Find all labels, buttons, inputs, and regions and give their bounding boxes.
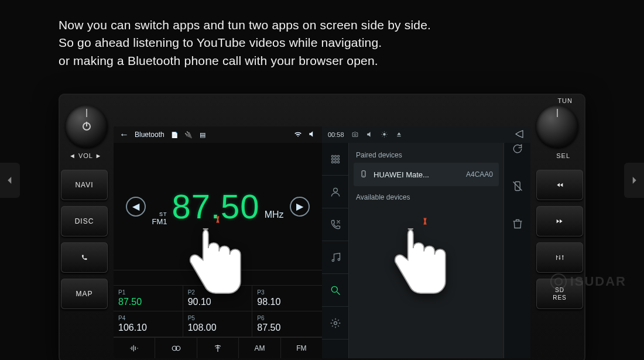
usb-icon [184,131,193,139]
fm-button[interactable]: FM [281,338,322,358]
delete-button[interactable] [512,218,523,255]
link-icon [171,343,181,354]
sel-label: SEL [556,152,570,159]
equalizer-icon [555,254,564,261]
left-app-radio: ← Bluetooth ◀ ST FM1 [114,126,322,358]
phone-icon [80,254,89,261]
paired-device-row[interactable]: HUAWEI Mate... A4CAA0 [354,163,499,186]
radio-midbar: TA PTY [114,270,322,285]
rail-contacts[interactable] [322,176,349,208]
preset-grid: P1 87.50 P2 90.10 P3 98.10 P4 106.10 P5 [114,285,322,337]
preset-cell[interactable]: P4 106.10 [114,311,183,337]
rail-recent[interactable] [322,208,349,241]
seek-down-button[interactable]: ◀ [126,197,146,217]
rail-search[interactable] [322,274,349,307]
bezel-btn-phone[interactable] [61,242,108,273]
carousel-next-button[interactable] [624,163,644,198]
svg-point-11 [334,161,336,163]
svg-point-6 [337,155,339,157]
smartphone-icon [359,170,368,180]
touchscreen: ← Bluetooth ◀ ST FM1 [114,126,530,358]
svg-point-13 [333,188,337,192]
svg-point-7 [331,158,333,160]
svg-point-12 [337,161,339,163]
scan-button[interactable] [114,338,155,358]
section-available: Available devices [354,190,499,205]
tap-indicator-icon [212,220,224,231]
bezel-btn-navi[interactable]: NAVI [61,170,108,200]
status-time: 00:58 [328,131,344,138]
preset-cell[interactable]: P3 98.10 [252,286,322,311]
bezel-btn-disc[interactable]: DISC [61,206,108,236]
bezel-btn-prev[interactable] [536,170,583,200]
svg-point-8 [334,158,336,160]
loc-button[interactable] [155,338,197,358]
svg-point-19 [363,175,364,176]
section-paired: Paired devices [354,148,499,163]
svg-point-5 [334,155,336,157]
mid-pty[interactable]: PTY [224,275,236,282]
mid-ta[interactable]: TA [200,275,207,282]
radio-bottom-bar: AM FM [114,337,322,358]
rail-settings[interactable] [322,307,349,340]
scan-icon [129,343,139,354]
doc-icon [170,131,179,139]
left-status-bar: ← Bluetooth [114,126,322,143]
back-icon[interactable]: ← [119,129,129,140]
next-track-icon [555,218,564,225]
left-app-title: Bluetooth [135,131,165,139]
preset-cell[interactable]: P5 108.00 [183,311,253,337]
svg-point-4 [331,155,333,157]
tap-indicator-icon [419,221,431,233]
carousel-prev-button[interactable] [0,163,20,198]
antenna-icon [213,343,223,354]
bezel-left-buttons: NAVI DISC MAP [61,170,108,309]
rail-dialpad[interactable] [322,143,349,176]
prev-track-icon [555,181,564,188]
am-button[interactable]: AM [239,338,280,358]
preset-cell[interactable]: P1 87.50 [114,286,183,311]
wifi-icon [294,130,302,140]
sdcard-icon [198,131,207,139]
marketing-line: or making a Bluetooth phone call with yo… [59,52,431,70]
bt-right-rail [503,126,530,358]
preset-cell[interactable]: P2 90.10 [183,286,253,311]
right-app-bluetooth: 00:58 Paired devices [322,126,530,358]
preset-cell[interactable]: P6 87.50 [252,311,322,337]
rail-music[interactable] [322,241,349,274]
chevron-left-icon [5,175,15,186]
volume-icon [308,130,316,140]
power-volume-knob[interactable] [66,105,108,148]
antenna-button[interactable] [197,338,239,358]
tuner-display: ◀ ST FM1 87.50 MHz ▶ [114,143,322,270]
disconnect-button[interactable] [512,180,523,218]
tune-knob[interactable] [536,105,578,148]
vol-label: ◄ VOL ► [69,152,102,159]
bezel-btn-next[interactable] [536,206,583,236]
svg-point-9 [337,158,339,160]
svg-point-10 [331,161,333,163]
brand-logo-icon [550,273,567,290]
head-unit: ◄ VOL ► TUN SEL NAVI DISC MAP SD RES ← [59,94,585,360]
bezel-btn-eq[interactable] [536,242,583,273]
marketing-copy: Now you can switch apps and tun two apps… [59,16,431,70]
chevron-right-icon [629,175,639,186]
device-name: HUAWEI Mate... [374,170,429,179]
marketing-line: Now you can switch apps and tun two apps… [59,16,431,34]
brand-watermark: ISUDAR [550,273,626,290]
band-indicator: ST FM1 [152,212,167,226]
marketing-line: So go ahead listening to YouTube videos … [59,34,431,52]
tun-label: TUN [557,97,573,104]
refresh-button[interactable] [512,143,523,180]
android-back-icon[interactable] [514,129,525,140]
svg-point-15 [338,258,340,260]
frequency-unit: MHz [265,210,284,226]
bt-pane: Paired devices HUAWEI Mate... A4CAA0 Ava… [349,126,503,358]
svg-point-16 [331,286,337,292]
bt-left-rail [322,126,349,358]
svg-point-14 [332,259,334,261]
bezel-btn-map[interactable]: MAP [61,279,108,309]
seek-up-button[interactable]: ▶ [290,197,310,217]
device-mac: A4CAA0 [466,170,493,179]
svg-point-17 [334,321,337,324]
